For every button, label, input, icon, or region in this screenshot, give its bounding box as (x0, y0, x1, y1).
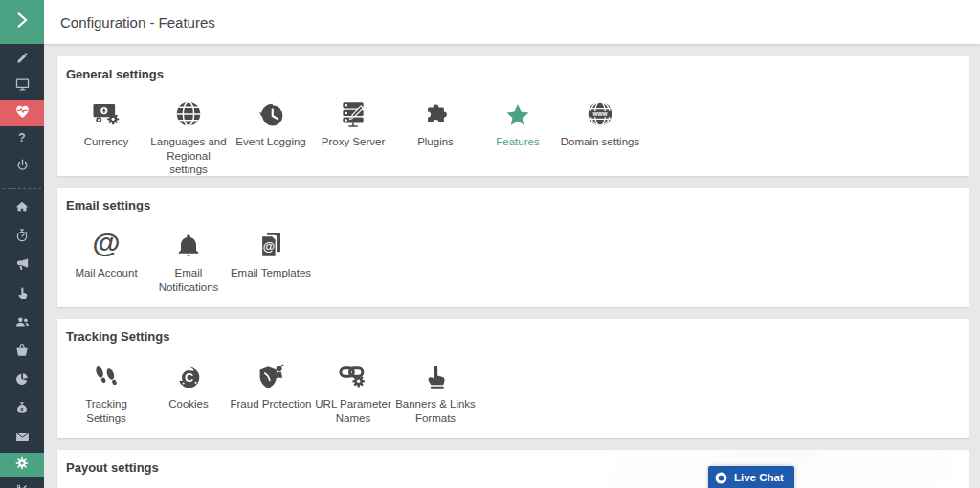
item-label: Fraud Protection (230, 397, 312, 411)
chevron-right-icon (12, 11, 32, 33)
hand-pointer-icon (15, 286, 30, 304)
home-icon (14, 199, 30, 218)
config-item-domain-settings[interactable]: www Domain settings (559, 89, 641, 177)
email-templates-icon: @ (230, 220, 312, 260)
live-chat-label: Live Chat (734, 472, 784, 483)
section-general-settings: General settings Currency Languages and … (57, 56, 969, 176)
sidebar-item-campaigns[interactable] (0, 252, 44, 280)
pencil-icon (15, 51, 30, 69)
pointing-hand-icon (394, 351, 477, 391)
sidebar-item-payouts[interactable]: $ (0, 395, 44, 424)
svg-text:C: C (184, 371, 192, 385)
svg-text:www: www (592, 110, 608, 117)
tools-icon (14, 482, 30, 488)
sidebar: ? $ (0, 0, 44, 488)
section-title: Payout settings (57, 450, 969, 475)
config-item-proxy-server[interactable]: Proxy Server (312, 89, 394, 177)
section-title: Tracking Settings (57, 319, 969, 344)
item-label: URL Parameter Names (312, 397, 394, 425)
config-item-cookies[interactable]: C Cookies (147, 351, 230, 425)
question-icon: ? (14, 130, 30, 149)
event-logging-history-icon (230, 89, 312, 129)
main-content: General settings Currency Languages and … (44, 44, 980, 488)
config-item-email-templates[interactable]: @ Email Templates (230, 220, 312, 294)
config-item-features[interactable]: Features (477, 89, 559, 177)
config-item-currency[interactable]: Currency (65, 89, 147, 177)
item-label: Banners & Links Formats (394, 397, 477, 425)
item-label: Cookies (147, 397, 230, 411)
sidebar-item-configuration[interactable] (0, 453, 44, 477)
heartbeat-icon (14, 103, 31, 123)
footprints-icon (65, 351, 147, 391)
item-label: Email Notifications (147, 266, 230, 294)
config-item-mail-account[interactable]: @ Mail Account (65, 220, 147, 294)
sidebar-item-reports[interactable] (0, 366, 44, 395)
section-tracking-settings: Tracking Settings Tracking Settings C Co… (57, 319, 969, 438)
svg-text:@: @ (263, 240, 275, 254)
config-item-fraud-protection[interactable]: Fraud Protection (230, 351, 312, 425)
puzzle-icon (394, 89, 477, 129)
item-label: Proxy Server (312, 135, 394, 149)
section-title: General settings (57, 56, 969, 81)
www-globe-icon: www (559, 89, 641, 129)
item-label: Features (477, 135, 559, 149)
item-label: Currency (65, 135, 147, 149)
at-sign-icon: @ (65, 220, 147, 260)
page-header: Configuration - Features (44, 0, 980, 44)
cookie-icon: C (147, 351, 230, 391)
config-item-url-parameter-names[interactable]: URL Parameter Names (312, 351, 394, 425)
sidebar-item-display[interactable] (0, 73, 44, 100)
sidebar-expand-button[interactable] (0, 0, 44, 44)
basket-icon (14, 343, 30, 362)
link-gear-icon (312, 351, 394, 391)
sidebar-item-health[interactable] (0, 100, 44, 126)
item-label: Tracking Settings (65, 397, 147, 425)
item-label: Plugins (394, 135, 477, 149)
item-label: Email Templates (230, 266, 312, 280)
sidebar-item-affiliates[interactable] (0, 309, 44, 338)
megaphone-icon (14, 256, 31, 277)
currency-icon (65, 89, 147, 129)
svg-text:?: ? (18, 131, 25, 144)
proxy-server-icon (312, 89, 394, 129)
money-bag-icon: $ (14, 400, 30, 419)
config-item-banners-links-formats[interactable]: Banners & Links Formats (394, 351, 477, 425)
section-title: Email settings (57, 188, 969, 212)
live-chat-button[interactable]: Live Chat (708, 466, 794, 488)
shield-thief-icon (230, 351, 312, 391)
item-label: Languages and Regional settings (147, 135, 230, 177)
sidebar-item-tools[interactable] (0, 477, 44, 488)
envelope-icon (14, 429, 31, 449)
pie-chart-icon (14, 371, 30, 390)
config-item-plugins[interactable]: Plugins (394, 89, 477, 177)
config-item-event-logging[interactable]: Event Logging (230, 89, 312, 177)
section-email-settings: Email settings @ Mail Account Email Noti… (57, 188, 969, 307)
svg-text:@: @ (92, 228, 120, 258)
gear-icon (14, 455, 30, 475)
config-item-tracking-settings[interactable]: Tracking Settings (65, 351, 147, 425)
stopwatch-icon (14, 228, 30, 247)
star-icon (477, 89, 559, 129)
sidebar-item-help[interactable]: ? (0, 126, 44, 153)
users-icon (14, 314, 31, 334)
sidebar-item-home[interactable] (0, 194, 44, 223)
chat-ring-icon (714, 471, 728, 485)
config-item-languages[interactable]: Languages and Regional settings (147, 89, 230, 177)
item-label: Event Logging (230, 135, 312, 149)
sidebar-item-edit[interactable] (0, 46, 44, 73)
sidebar-item-banners[interactable] (0, 280, 44, 309)
monitor-icon (14, 77, 31, 97)
sidebar-item-orders[interactable] (0, 338, 44, 366)
item-label: Domain settings (559, 135, 641, 149)
sidebar-item-sessions[interactable] (0, 223, 44, 252)
sidebar-item-logout[interactable] (0, 153, 44, 180)
power-icon (15, 158, 30, 176)
svg-text:$: $ (21, 407, 24, 412)
sidebar-item-mail[interactable] (0, 424, 44, 453)
page-title: Configuration - Features (60, 14, 215, 31)
languages-globe-icon (147, 89, 230, 129)
config-item-email-notifications[interactable]: Email Notifications (147, 220, 230, 294)
section-payout-settings: Payout settings (57, 450, 969, 488)
item-label: Mail Account (65, 266, 147, 280)
bell-icon (147, 220, 230, 260)
